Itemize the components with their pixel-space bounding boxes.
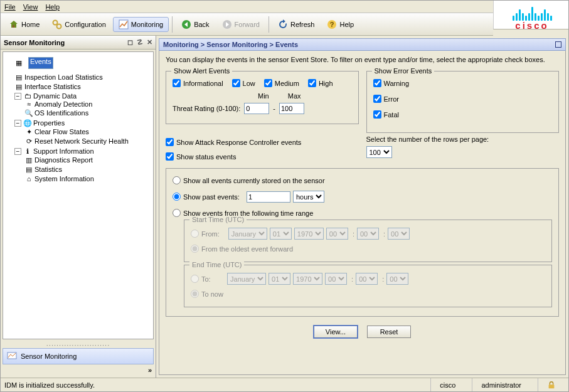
- refresh-button[interactable]: Refresh: [272, 17, 321, 32]
- statusbar: IDM is initialized successfully. cisco a…: [1, 378, 568, 391]
- view-button[interactable]: View...: [314, 326, 358, 338]
- tb-sep: [172, 16, 173, 33]
- forward-button[interactable]: Forward: [216, 17, 265, 32]
- refresh-label: Refresh: [290, 21, 315, 28]
- threat-max-input[interactable]: [279, 103, 304, 114]
- radio-from[interactable]: From: January 01 1970 00 : 00 : 00: [191, 228, 545, 240]
- tree-sysinfo[interactable]: ⌂System Information: [24, 174, 152, 183]
- home-button[interactable]: Home: [3, 17, 45, 32]
- alert-legend: Show Alert Events: [171, 67, 232, 75]
- chk-high[interactable]: High: [308, 79, 333, 87]
- back-label: Back: [194, 21, 209, 28]
- back-button[interactable]: Back: [176, 17, 215, 32]
- forward-label: Forward: [235, 21, 260, 28]
- chart-icon: [119, 19, 129, 29]
- sys-icon: ⌂: [24, 175, 33, 183]
- to-year[interactable]: 1970: [293, 273, 322, 285]
- report-icon: ▥: [24, 156, 33, 164]
- reset-button[interactable]: Reset: [367, 326, 411, 338]
- home-icon: [9, 19, 19, 29]
- stats-icon: ▤: [24, 166, 33, 174]
- from-mm[interactable]: 00: [357, 228, 379, 240]
- rows-select[interactable]: 100: [366, 146, 392, 158]
- past-unit-select[interactable]: hours: [293, 191, 324, 203]
- sidebar-expand[interactable]: »: [1, 366, 156, 378]
- panel-pin-icon[interactable]: ☡: [137, 38, 143, 46]
- tree: ▦Events ▤Inspection Load Statistics ▤Int…: [3, 52, 153, 185]
- radio-to[interactable]: To: January 01 1970 00 : 00 : 00: [191, 273, 545, 285]
- from-month[interactable]: January: [228, 228, 267, 240]
- radio-all[interactable]: Show all events currently stored on the …: [173, 176, 552, 184]
- page-icon: ▦: [14, 59, 23, 67]
- from-year[interactable]: 1970: [294, 228, 324, 240]
- tb-sep: [269, 16, 269, 33]
- max-label: Max: [288, 92, 301, 100]
- to-month[interactable]: January: [227, 273, 266, 285]
- resize-gripper[interactable]: ∙∙∙∙∙∙∙∙∙∙∙∙∙∙∙∙∙∙∙∙∙∙∙∙∙: [1, 341, 156, 346]
- minus-icon[interactable]: −: [14, 93, 21, 100]
- tree-resetnet[interactable]: ⟳Reset Network Security Health: [24, 137, 152, 146]
- tree-interface[interactable]: ▤Interface Statistics: [14, 82, 152, 92]
- to-day[interactable]: 01: [269, 273, 290, 285]
- minus-icon[interactable]: −: [14, 120, 21, 127]
- chk-error[interactable]: Error: [373, 95, 553, 103]
- maximize-icon[interactable]: [555, 41, 561, 48]
- menu-help[interactable]: Help: [45, 3, 60, 11]
- chk-low[interactable]: Low: [232, 79, 255, 87]
- tree-osid[interactable]: 🔍OS Identifications: [24, 109, 152, 118]
- tree-dynamic[interactable]: −🗀Dynamic Data ≈Anomaly Detection 🔍OS Id…: [14, 92, 152, 119]
- to-mm[interactable]: 00: [356, 273, 378, 285]
- clear-icon: ✦: [24, 128, 33, 136]
- error-legend: Show Error Events: [372, 67, 435, 75]
- toolbar: Home Configuration Monitoring Back: [1, 13, 493, 36]
- stats-icon: ▤: [14, 73, 23, 82]
- tree-properties[interactable]: −🌐Properties ✦Clear Flow States ⟳Reset N…: [14, 119, 152, 147]
- help-icon: ?: [327, 19, 337, 29]
- chk-medium[interactable]: Medium: [264, 79, 299, 87]
- chk-status[interactable]: Show status events: [166, 152, 359, 161]
- to-hh[interactable]: 00: [325, 273, 347, 285]
- from-hh[interactable]: 00: [326, 228, 348, 240]
- help-button[interactable]: ? Help: [321, 17, 359, 32]
- from-ss[interactable]: 00: [388, 228, 410, 240]
- chk-warning[interactable]: Warning: [373, 79, 553, 87]
- cisco-text: cisco: [501, 20, 563, 31]
- sidebar-footer-label: Sensor Monitoring: [21, 352, 77, 360]
- start-time-group: Start Time (UTC) From: January 01 1970 0…: [184, 220, 552, 262]
- monitoring-label: Monitoring: [131, 21, 163, 28]
- cisco-bars-icon: [501, 3, 563, 21]
- menu-view[interactable]: View: [23, 3, 38, 11]
- monitoring-button[interactable]: Monitoring: [113, 17, 169, 32]
- svg-text:?: ?: [330, 21, 334, 28]
- tree-stats[interactable]: ▤Statistics: [24, 165, 152, 174]
- forward-icon: [222, 19, 232, 29]
- minus-icon[interactable]: −: [14, 148, 21, 155]
- tree-inspection[interactable]: ▤Inspection Load Statistics: [14, 73, 152, 82]
- tree-clearflow[interactable]: ✦Clear Flow States: [24, 127, 152, 137]
- panel-float-icon[interactable]: ◻: [127, 38, 133, 46]
- svg-rect-0: [13, 25, 14, 28]
- globe-icon: 🌐: [23, 119, 32, 127]
- monitor-icon: [7, 351, 17, 361]
- tree-events[interactable]: ▦Events: [14, 56, 152, 70]
- tree-anomaly[interactable]: ≈Anomaly Detection: [24, 100, 152, 109]
- past-value-input[interactable]: [247, 191, 290, 203]
- tree-support[interactable]: −ℹSupport Information ▥Diagnostics Repor…: [14, 147, 152, 184]
- chk-informational[interactable]: Informational: [173, 79, 223, 87]
- threat-min-input[interactable]: [244, 103, 269, 114]
- back-icon: [181, 19, 191, 29]
- to-ss[interactable]: 00: [386, 273, 408, 285]
- panel-close-icon[interactable]: ✕: [147, 38, 152, 46]
- from-day[interactable]: 01: [270, 228, 292, 240]
- radio-now[interactable]: To now: [191, 290, 545, 298]
- menu-file[interactable]: File: [4, 3, 16, 11]
- sidebar-footer[interactable]: Sensor Monitoring: [3, 348, 154, 364]
- chk-arc[interactable]: Show Attack Response Controller events: [166, 138, 359, 146]
- svg-point-1: [53, 20, 58, 24]
- radio-oldest[interactable]: From the oldest event forward: [191, 245, 545, 253]
- chk-fatal[interactable]: Fatal: [373, 110, 553, 119]
- configuration-button[interactable]: Configuration: [46, 17, 111, 32]
- status-message: IDM is initialized successfully.: [4, 381, 95, 389]
- radio-past[interactable]: Show past events: hours: [173, 191, 552, 203]
- tree-diag[interactable]: ▥Diagnostics Report: [24, 156, 152, 165]
